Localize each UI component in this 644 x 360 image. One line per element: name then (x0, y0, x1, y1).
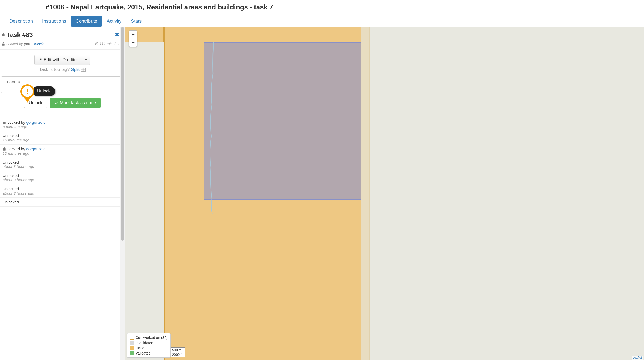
zoom-in-button[interactable]: + (129, 31, 137, 39)
lock-status: Locked by you. Unlock (2, 42, 44, 46)
history-item: Unlocked (0, 198, 125, 207)
legend-label: Done (136, 346, 144, 350)
page-title: #1006 - Nepal Eartquake, 2015, Residenti… (46, 3, 644, 11)
legend-label: Validated (136, 351, 150, 355)
legend-swatch (130, 336, 134, 340)
lock-icon (3, 147, 6, 151)
history-list: Locked by gorgonzoid8 minutes agoUnlocke… (0, 118, 125, 207)
history-user-link[interactable]: gorgonzoid (26, 120, 45, 125)
history-item: Unlockedabout 3 hours ago (0, 171, 125, 184)
tab-contribute[interactable]: Contribute (71, 16, 102, 27)
scrollbar-thumb[interactable] (121, 27, 124, 241)
legend-label: Invalidated (136, 341, 153, 345)
svg-rect-2 (81, 70, 83, 72)
time-left: 111 min. left (95, 42, 119, 46)
history-item: Unlocked10 minutes ago (0, 131, 125, 145)
split-icon (81, 68, 86, 72)
history-item: Locked by gorgonzoid10 minutes ago (0, 145, 125, 158)
svg-rect-0 (81, 68, 83, 70)
history-item: Unlockedabout 3 hours ago (0, 158, 125, 171)
mark-done-button[interactable]: Mark task as done (50, 98, 101, 108)
map[interactable]: + − Cur. worked on (30)InvalidatedDoneVa… (125, 27, 644, 360)
history-user-link[interactable]: gorgonzoid (26, 147, 45, 151)
river-line (208, 42, 216, 214)
tab-activity[interactable]: Activity (102, 16, 126, 27)
svg-rect-3 (83, 70, 86, 72)
tab-description[interactable]: Description (5, 16, 38, 27)
zoom-control: + − (129, 30, 137, 47)
comment-textarea[interactable] (1, 77, 123, 92)
clock-icon (95, 42, 99, 46)
task-title: Task #83 (2, 31, 33, 39)
comment-box (1, 76, 124, 93)
tab-instructions[interactable]: Instructions (38, 16, 71, 27)
legend-swatch (130, 351, 134, 355)
legend-row: Cur. worked on (30) (130, 335, 168, 340)
map-tile-untouched (361, 27, 370, 360)
unlock-button[interactable]: Unlock (24, 98, 47, 108)
legend-swatch (130, 346, 134, 350)
map-legend: Cur. worked on (30)InvalidatedDoneValida… (127, 333, 171, 358)
task-sidebar: Task #83 ✖ Locked by you. Unlock 111 min… (0, 27, 125, 360)
history-item: Unlockedabout 3 hours ago (0, 184, 125, 198)
split-link[interactable]: Split (71, 67, 80, 72)
unlock-link[interactable]: Unlock (32, 42, 44, 46)
split-prompt: Task is too big? Split (0, 65, 125, 75)
legend-label: Cur. worked on (30) (136, 336, 168, 340)
legend-row: Done (130, 345, 168, 351)
legend-row: Invalidated (130, 340, 168, 345)
check-icon (54, 101, 58, 105)
page-header: #1006 - Nepal Eartquake, 2015, Residenti… (0, 0, 644, 11)
editor-dropdown-caret[interactable] (82, 55, 90, 65)
tab-bar: DescriptionInstructionsContributeActivit… (0, 11, 644, 27)
share-arrow-icon (38, 58, 42, 62)
lock-icon (2, 33, 5, 37)
chevron-down-icon (85, 59, 87, 61)
scrollbar[interactable] (120, 27, 125, 360)
legend-row: Validated (130, 351, 168, 356)
scale-bar: 500 m 2000 ft (171, 347, 185, 357)
edit-with-id-button[interactable]: Edit with iD editor (34, 55, 82, 65)
zoom-out-button[interactable]: − (129, 39, 137, 47)
svg-rect-1 (83, 68, 86, 70)
tab-stats[interactable]: Stats (126, 16, 146, 27)
lock-icon (2, 42, 5, 46)
close-icon[interactable]: ✖ (115, 32, 119, 38)
map-attribution: Leaflet (632, 356, 643, 360)
map-tile-current (204, 42, 361, 200)
lock-icon (3, 121, 6, 124)
legend-swatch (130, 341, 134, 345)
history-item: Locked by gorgonzoid8 minutes ago (0, 118, 125, 131)
